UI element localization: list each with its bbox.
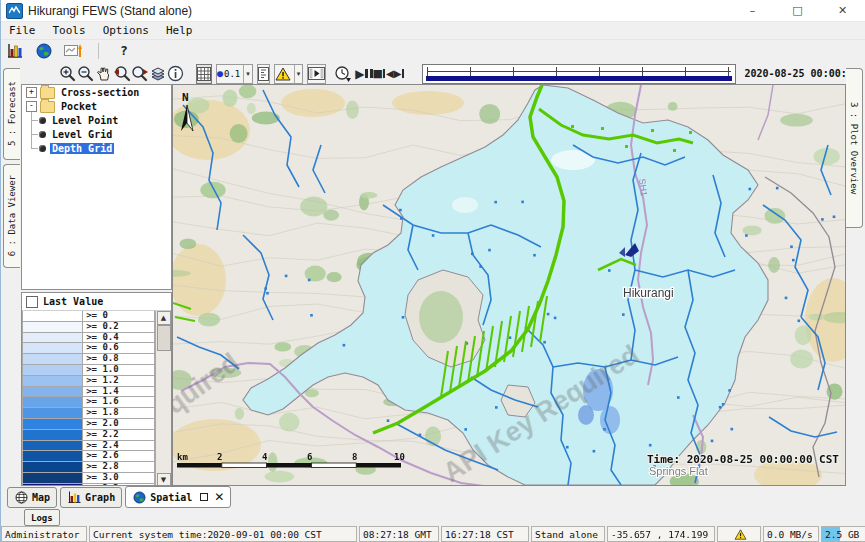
wire-globe-icon [14,491,28,505]
maximize-button[interactable]: □ [775,0,820,21]
locality-label: Springs Flat [649,465,708,477]
scroll-up-icon[interactable]: ▲ [157,311,171,325]
pause-button[interactable] [365,69,373,78]
tab-close-icon[interactable]: ✕ [214,492,224,502]
zoom-in-icon[interactable] [59,64,77,84]
play-button[interactable]: ▶ [355,67,364,81]
legend-color-swatch [22,419,83,430]
tab-map[interactable]: Map [7,487,57,508]
layer-bullet-icon [39,117,46,124]
database-chart-icon[interactable] [5,41,25,61]
menu-tools[interactable]: Tools [50,24,94,37]
legend-color-swatch [22,376,83,387]
expand-icon[interactable]: + [26,87,37,98]
time-settings-icon[interactable] [334,64,351,84]
tab-graph[interactable]: Graph [60,487,122,508]
legend-class-label: >= 1.2 [83,376,155,387]
scroll-down-icon[interactable]: ▼ [157,473,171,486]
legend-row[interactable]: >= 0.2 [22,322,155,333]
legend-header: Last Value [22,293,171,311]
tab-restore-icon[interactable] [200,493,208,501]
left-tab-strip: 5 : Forecast 6 : Data Viewer [1,64,21,486]
legend-color-swatch [22,462,83,473]
legend-color-swatch [22,354,83,365]
skip-to-end-button[interactable]: ▶ [394,69,405,78]
legend-color-swatch [22,441,83,452]
help-button[interactable]: ? [114,41,134,61]
logs-button[interactable]: Logs [24,509,60,526]
legend-color-swatch [22,397,83,408]
menu-file[interactable]: File [6,24,44,37]
tab-forecast[interactable]: 5 : Forecast [3,68,20,160]
tab-plot-overview[interactable]: 3 : Plot Overview [846,68,863,228]
town-label: Hikurangi [623,286,674,300]
legend-color-swatch [22,311,83,322]
animation-button[interactable] [307,64,326,84]
map-toolbar: ● 0.1 ▾ ▾ ▶ ■ ◀ ▶ 2020-08-25 00:00:00 CS… [1,61,865,86]
zoom-previous-icon[interactable] [113,64,131,84]
status-warning[interactable] [717,526,761,542]
status-user: Administrator [1,526,87,542]
svg-text:8: 8 [352,452,357,462]
longitudinal-profile-button[interactable] [257,64,270,84]
class-break-dropdown[interactable]: ● 0.1 ▾ [216,64,253,84]
info-icon[interactable] [167,64,184,84]
layer-bullet-icon [39,145,46,152]
spatial-layers-tree: + Cross-section - Pocket Level Point Lev… [21,84,172,290]
legend-color-swatch [22,408,83,419]
tree-node-pocket[interactable]: - Pocket [22,100,171,113]
legend-color-swatch [22,365,83,376]
menu-bar: File Tools Options Help [1,22,865,40]
toolbar-separator [98,43,99,59]
last-value-label: Last Value [43,296,103,307]
legend-row[interactable]: >= 1.2 [22,376,155,387]
tree-node-depth-grid[interactable]: Depth Grid [31,142,171,155]
status-system-time: Current system time:2020-09-01 00:00 CST [89,526,357,542]
spatial-map-view[interactable]: API Key Required API Key Required Hikura… [172,84,846,486]
map-time-label: Time: 2020-08-25 00:00:00 CST [647,453,839,466]
menu-options[interactable]: Options [100,24,157,37]
minimize-button[interactable]: – [730,0,775,21]
menu-help[interactable]: Help [163,24,201,37]
chevron-down-icon: ▾ [243,65,252,83]
pan-hand-icon[interactable] [95,64,113,84]
tab-data-viewer[interactable]: 6 : Data Viewer [3,164,20,268]
timeline-slider[interactable] [422,64,736,84]
legend-color-swatch [22,473,83,484]
scroll-thumb[interactable] [157,325,171,351]
last-value-checkbox[interactable] [26,296,38,308]
globe-explorer-icon[interactable] [34,41,54,61]
bar-chart-icon [67,491,81,505]
status-mode: Stand alone [531,526,605,542]
skip-to-start-button[interactable]: ◀ [383,69,394,78]
title-bar: Hikurangi FEWS (Stand alone) – □ ✕ [1,0,865,22]
stop-button[interactable]: ■ [373,67,383,80]
collapse-icon[interactable]: - [26,101,37,112]
tree-node-level-point[interactable]: Level Point [31,114,171,127]
timeline-span-bar[interactable] [426,76,732,81]
bottom-tab-bar: Map Graph Spatial ✕ [1,487,865,508]
folder-icon [40,101,55,113]
map-canvas[interactable]: API Key Required API Key Required Hikura… [173,85,845,485]
layers-icon[interactable] [149,64,167,84]
display-groups-icon[interactable] [63,41,83,61]
layer-bullet-icon [39,131,46,138]
status-coordinates: -35.657 , 174.199 [607,526,715,542]
grid-display-button[interactable] [196,64,212,84]
svg-text:km: km [177,452,188,462]
tree-node-level-grid[interactable]: Level Grid [31,128,171,141]
legend-scrollbar[interactable]: ▲ ▼ [156,311,171,486]
legend-color-swatch [22,343,83,354]
tree-node-cross-section[interactable]: + Cross-section [22,86,171,99]
legend-class-list: >= 0>= 0.2>= 0.4>= 0.6>= 0.8>= 1.0>= 1.2… [22,311,156,486]
close-button[interactable]: ✕ [820,0,865,21]
zoom-out-icon[interactable] [77,64,95,84]
legend-row[interactable]: >= 2.2 [22,430,155,441]
warning-threshold-dropdown[interactable]: ▾ [274,64,304,84]
svg-text:N: N [182,91,189,104]
tab-spatial[interactable]: Spatial ✕ [125,486,231,508]
svg-text:6: 6 [307,452,312,462]
status-gmt-time: 08:27:18 GMT [359,526,439,542]
zoom-next-icon[interactable] [131,64,149,84]
scroll-track[interactable] [157,325,171,473]
